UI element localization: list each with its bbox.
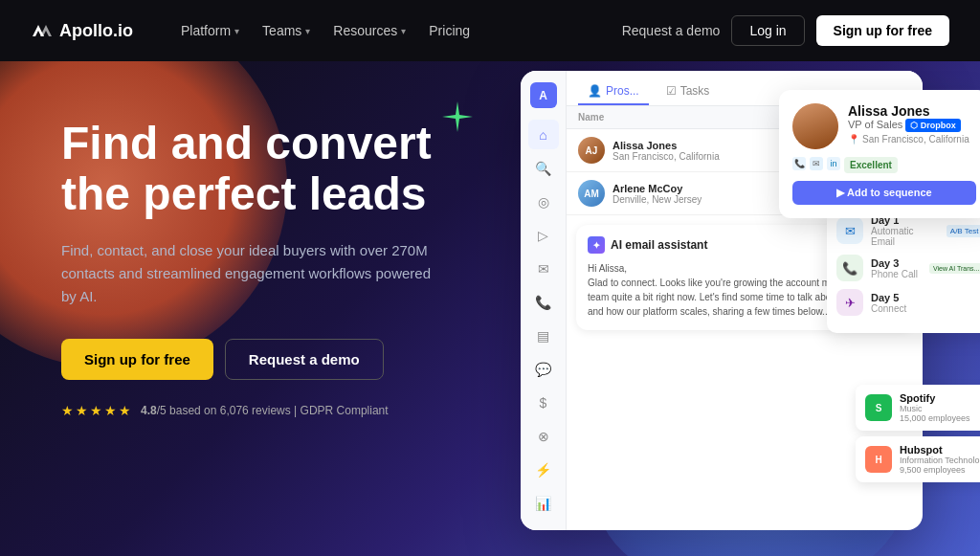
company-cards: S Spotify Music 15,000 employees H Hubsp… <box>856 385 980 482</box>
logo[interactable]: Apollo.io <box>31 19 133 42</box>
hero-buttons: Sign up for free Request a demo <box>61 339 444 380</box>
chevron-down-icon: ▾ <box>234 26 239 36</box>
nav-resources[interactable]: Resources ▾ <box>323 17 415 44</box>
company-card-hubspot: H Hubspot Information Technolo... 9,500 … <box>856 436 980 482</box>
spotify-logo: S <box>865 394 892 421</box>
sparkle-icon <box>440 100 475 134</box>
sidebar-icon-chart[interactable]: 📊 <box>528 489 559 519</box>
demo-button-hero[interactable]: Request a demo <box>225 339 384 380</box>
rating-stars: ★★★★★ <box>61 403 133 418</box>
chevron-down-icon: ▾ <box>305 26 310 36</box>
profile-badges: 📞 ✉ in Excellent <box>792 157 976 173</box>
phone-step-icon: 📞 <box>836 255 863 281</box>
sequence-step-1: ✉ Day 1 Automatic Email A/B Test B <box>836 214 980 247</box>
chevron-down-icon: ▾ <box>401 26 406 36</box>
sidebar-icon-dollar[interactable]: $ <box>528 389 559 418</box>
tab-prospects[interactable]: 👤 Pros... <box>578 78 649 105</box>
login-button[interactable]: Log in <box>731 15 804 46</box>
location-pin-icon: 📍 <box>848 134 859 145</box>
hero-content: Find and convert the perfect leads Find,… <box>61 119 444 418</box>
rating-score: 4.8/5 based on 6,076 reviews | GDPR Comp… <box>141 404 389 417</box>
sidebar-icon-mail[interactable]: ✉ <box>528 254 559 283</box>
nav-platform[interactable]: Platform ▾ <box>171 17 249 44</box>
nav-pricing[interactable]: Pricing <box>419 17 479 44</box>
connect-step-icon: ✈ <box>836 289 863 316</box>
profile-info: Alissa Jones VP of Sales ⬡ Dropbox 📍 San… <box>848 103 969 149</box>
svg-marker-1 <box>40 25 52 36</box>
add-to-sequence-button[interactable]: ▶ Add to sequence <box>792 181 976 205</box>
nav-links: Platform ▾ Teams ▾ Resources ▾ Pricing <box>171 17 591 44</box>
signup-button-hero[interactable]: Sign up for free <box>61 339 213 380</box>
sidebar-icon-chat[interactable]: 💬 <box>528 355 559 385</box>
sidebar-icon-phone[interactable]: 📞 <box>528 288 559 318</box>
sequence-card: ✉ Day 1 Automatic Email A/B Test B 📞 Day… <box>827 205 980 333</box>
linkedin-icon: in <box>827 157 840 170</box>
phone-icon: 📞 <box>792 157 806 170</box>
hero-title: Find and convert the perfect leads <box>61 119 444 220</box>
request-demo-button[interactable]: Request a demo <box>622 23 721 38</box>
avatar: AM <box>578 180 605 207</box>
dropbox-badge: ⬡ Dropbox <box>905 119 961 132</box>
sidebar-icon-home[interactable]: ⌂ <box>528 120 559 149</box>
sidebar-icon-play[interactable]: ▷ <box>528 220 559 250</box>
sidebar-icon-table[interactable]: ▤ <box>528 322 559 351</box>
sequence-step-3: ✈ Day 5 Connect <box>836 289 980 316</box>
company-card-spotify: S Spotify Music 15,000 employees <box>856 385 980 431</box>
sidebar-icon-target[interactable]: ◎ <box>528 187 559 216</box>
sidebar-icon-search[interactable]: 🔍 <box>528 153 559 183</box>
sidebar-logo: A <box>530 82 557 108</box>
hero-section: Find and convert the perfect leads Find,… <box>0 61 980 556</box>
navbar: Apollo.io Platform ▾ Teams ▾ Resources ▾… <box>0 0 980 61</box>
signup-button-nav[interactable]: Sign up for free <box>816 15 949 46</box>
sidebar-icon-bolt[interactable]: ⚡ <box>528 456 559 485</box>
email-step-icon: ✉ <box>836 217 863 244</box>
sequence-step-2: 📞 Day 3 Phone Call View AI Trans... <box>836 255 980 281</box>
ai-icon: ✦ <box>588 236 605 254</box>
profile-avatar <box>792 103 838 149</box>
avatar: AJ <box>578 137 605 164</box>
hero-rating: ★★★★★ 4.8/5 based on 6,076 reviews | GDP… <box>61 403 444 418</box>
nav-teams[interactable]: Teams ▾ <box>253 17 320 44</box>
hubspot-logo: H <box>865 446 892 473</box>
email-icon: ✉ <box>810 157 823 170</box>
nav-actions: Request a demo Log in Sign up for free <box>622 15 949 46</box>
hero-subtitle: Find, contact, and close your ideal buye… <box>61 239 444 308</box>
ui-mockup: A ⌂ 🔍 ◎ ▷ ✉ 📞 ▤ 💬 $ ⊗ ⚡ 📊 👤 <box>521 71 961 540</box>
sidebar-icon-settings[interactable]: ⊗ <box>528 422 559 452</box>
profile-card: Alissa Jones VP of Sales ⬡ Dropbox 📍 San… <box>779 90 980 218</box>
excellent-badge: Excellent <box>844 157 898 173</box>
tab-tasks[interactable]: ☑ Tasks <box>657 78 720 105</box>
app-sidebar: A ⌂ 🔍 ◎ ▷ ✉ 📞 ▤ 💬 $ ⊗ ⚡ 📊 <box>521 71 567 530</box>
profile-top: Alissa Jones VP of Sales ⬡ Dropbox 📍 San… <box>792 103 976 149</box>
